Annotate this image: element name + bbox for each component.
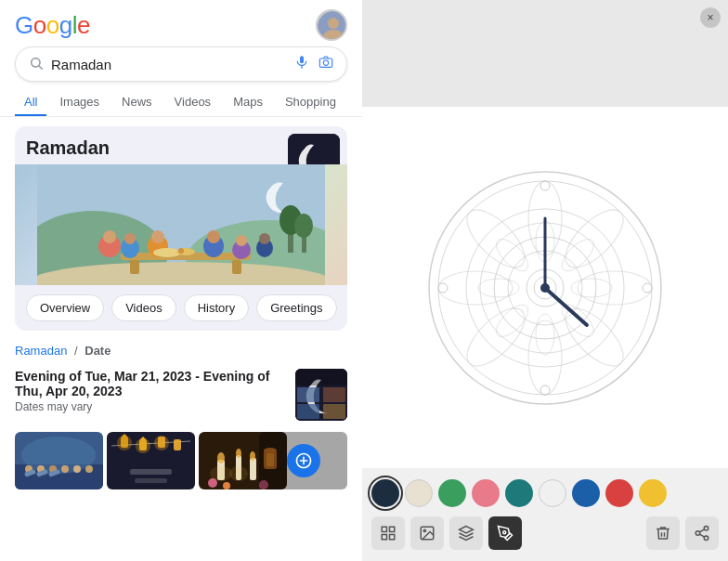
svg-point-48 xyxy=(61,465,69,473)
svg-rect-37 xyxy=(295,369,347,385)
voice-search-icon[interactable] xyxy=(294,55,309,73)
color-swatch-blue[interactable] xyxy=(572,479,600,507)
tool-trash-button[interactable] xyxy=(646,516,680,550)
svg-point-73 xyxy=(250,451,255,461)
svg-marker-119 xyxy=(460,527,474,534)
camera-search-icon[interactable] xyxy=(318,55,333,73)
svg-rect-72 xyxy=(250,458,256,480)
strip-image-2[interactable] xyxy=(107,432,195,489)
svg-rect-41 xyxy=(323,404,345,419)
search-icon xyxy=(29,56,44,73)
tab-maps[interactable]: Maps xyxy=(224,89,272,116)
date-thumbnail xyxy=(295,369,347,421)
color-swatch-green[interactable] xyxy=(438,479,466,507)
card-illustration xyxy=(15,164,347,285)
color-picker-area xyxy=(362,468,728,561)
svg-rect-38 xyxy=(297,387,319,402)
tool-grid-button[interactable] xyxy=(371,516,405,550)
color-swatch-white[interactable] xyxy=(539,479,566,507)
svg-point-120 xyxy=(503,531,506,534)
svg-point-35 xyxy=(178,248,184,254)
card-tab-overview[interactable]: Overview xyxy=(26,294,104,321)
knowledge-card: Ramadan ⋮ xyxy=(15,126,347,331)
svg-rect-114 xyxy=(390,527,395,531)
color-swatch-yellow[interactable] xyxy=(639,479,667,507)
svg-point-118 xyxy=(423,529,425,531)
more-circle xyxy=(287,444,320,477)
tab-shopping[interactable]: Shopping xyxy=(276,89,345,116)
svg-point-50 xyxy=(85,465,93,473)
tool-image-button[interactable] xyxy=(410,516,444,550)
svg-point-121 xyxy=(704,527,708,531)
svg-point-80 xyxy=(210,466,232,481)
svg-point-105 xyxy=(643,283,652,293)
card-tabs: Overview Videos History Greetings xyxy=(15,285,347,331)
svg-point-8 xyxy=(323,60,328,65)
svg-point-64 xyxy=(154,436,169,450)
nav-tabs: All Images News Videos Maps Shopping xyxy=(0,89,362,117)
svg-line-4 xyxy=(39,66,43,70)
avatar[interactable] xyxy=(316,9,347,41)
svg-point-16 xyxy=(294,214,313,238)
svg-point-104 xyxy=(540,181,550,190)
date-text-block: Evening of Tue, Mar 21, 2023 - Evening o… xyxy=(15,369,295,413)
breadcrumb: Ramadan / Date xyxy=(0,340,362,363)
tab-all[interactable]: All xyxy=(15,89,46,116)
color-swatch-pink[interactable] xyxy=(472,479,500,507)
card-tab-videos[interactable]: Videos xyxy=(111,294,176,321)
more-images-overlay[interactable] xyxy=(259,432,347,489)
svg-point-3 xyxy=(32,58,40,66)
svg-point-1 xyxy=(328,18,339,29)
svg-point-122 xyxy=(696,531,700,536)
breadcrumb-parent[interactable]: Ramadan xyxy=(15,344,67,358)
close-button[interactable]: × xyxy=(700,7,721,28)
tab-images[interactable]: Images xyxy=(50,89,109,116)
svg-rect-61 xyxy=(174,439,181,450)
image-strip xyxy=(0,426,362,495)
svg-point-22 xyxy=(103,230,116,243)
svg-point-90 xyxy=(438,271,513,305)
tab-news[interactable]: News xyxy=(112,89,162,116)
google-logo: Google xyxy=(15,11,90,40)
color-swatch-cream[interactable] xyxy=(405,479,433,507)
svg-point-81 xyxy=(229,466,248,481)
svg-rect-40 xyxy=(297,404,319,419)
card-tab-greetings[interactable]: Greetings xyxy=(256,294,336,321)
color-swatch-teal[interactable] xyxy=(505,479,533,507)
svg-point-24 xyxy=(124,233,136,244)
svg-point-26 xyxy=(151,230,164,243)
breadcrumb-current: Date xyxy=(84,344,110,358)
svg-point-49 xyxy=(73,465,81,473)
svg-rect-113 xyxy=(382,527,386,531)
svg-rect-39 xyxy=(323,387,345,402)
svg-line-125 xyxy=(699,529,704,532)
tool-draw-button[interactable] xyxy=(488,516,522,550)
svg-point-86 xyxy=(578,271,652,305)
card-title: Ramadan xyxy=(26,137,110,159)
svg-point-28 xyxy=(207,230,220,243)
svg-point-106 xyxy=(540,385,550,395)
date-range: Evening of Tue, Mar 21, 2023 - Evening o… xyxy=(15,369,295,398)
svg-point-30 xyxy=(236,235,247,246)
color-swatch-red[interactable] xyxy=(605,479,633,507)
clock-area xyxy=(362,107,728,468)
svg-point-62 xyxy=(117,436,132,450)
svg-point-78 xyxy=(223,482,230,489)
tool-row xyxy=(371,516,719,550)
clock-svg xyxy=(424,167,666,409)
card-tab-history[interactable]: History xyxy=(184,294,249,321)
tool-layers-button[interactable] xyxy=(449,516,483,550)
color-swatch-dark-blue[interactable] xyxy=(371,479,399,507)
svg-point-71 xyxy=(236,449,241,458)
right-panel: × xyxy=(362,0,728,561)
tool-group-right xyxy=(646,516,719,550)
tool-share-button[interactable] xyxy=(685,516,719,550)
strip-image-1[interactable] xyxy=(15,432,103,489)
tab-videos[interactable]: Videos xyxy=(165,89,221,116)
search-bar[interactable]: Ramadan xyxy=(15,46,347,82)
svg-point-88 xyxy=(528,320,562,395)
google-header: Google xyxy=(0,0,362,46)
svg-point-107 xyxy=(438,283,448,293)
svg-point-44 xyxy=(21,437,96,474)
search-query: Ramadan xyxy=(51,57,294,72)
